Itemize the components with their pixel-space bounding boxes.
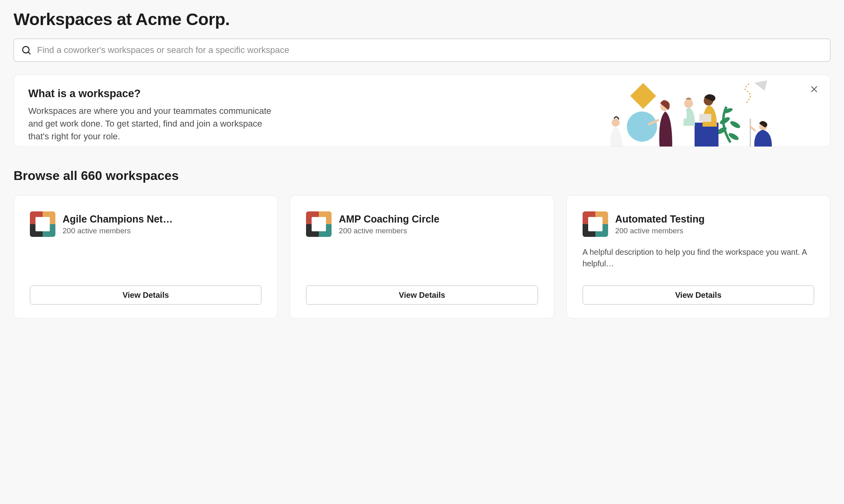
workspace-icon — [30, 211, 55, 237]
svg-rect-14 — [681, 111, 687, 119]
workspace-description: A helpful description to help you find t… — [583, 246, 814, 270]
browse-heading: Browse all 660 workspaces — [14, 168, 830, 183]
svg-rect-16 — [699, 114, 711, 122]
page-title: Workspaces at Acme Corp. — [14, 10, 830, 29]
svg-marker-2 — [754, 80, 767, 91]
workspace-icon — [583, 211, 608, 237]
workspace-name: Automated Testing — [615, 213, 814, 225]
workspace-icon — [306, 211, 332, 237]
svg-point-13 — [684, 99, 693, 108]
view-details-button[interactable]: View Details — [306, 285, 538, 305]
workspace-members: 200 active members — [615, 227, 814, 235]
workspace-grid: Agile Champions Net… 200 active members … — [14, 195, 830, 318]
workspace-name: Agile Champions Net… — [63, 213, 261, 225]
workspace-card: Automated Testing 200 active members A h… — [566, 195, 830, 318]
close-button[interactable] — [809, 84, 820, 95]
info-card: What is a workspace? Workspaces are wher… — [14, 74, 830, 147]
view-details-button[interactable]: View Details — [30, 285, 261, 305]
svg-point-5 — [729, 120, 741, 129]
svg-point-4 — [719, 116, 731, 125]
view-details-button[interactable]: View Details — [583, 285, 814, 305]
info-card-title: What is a workspace? — [28, 88, 283, 100]
info-card-description: Workspaces are where you and your teamma… — [28, 105, 283, 143]
svg-point-9 — [627, 111, 657, 142]
svg-line-1 — [28, 52, 30, 54]
workspace-card: AMP Coaching Circle 200 active members V… — [290, 195, 554, 318]
workspace-name: AMP Coaching Circle — [339, 213, 538, 225]
svg-point-11 — [612, 119, 620, 127]
svg-rect-10 — [630, 83, 656, 109]
workspace-card: Agile Champions Net… 200 active members … — [14, 195, 278, 318]
workspace-members: 200 active members — [339, 227, 538, 235]
search-input[interactable] — [37, 45, 823, 55]
workspace-members: 200 active members — [63, 227, 261, 235]
search-icon — [21, 45, 31, 55]
close-icon — [810, 85, 818, 94]
team-collaboration-illustration — [607, 79, 778, 147]
search-bar[interactable] — [14, 39, 830, 62]
